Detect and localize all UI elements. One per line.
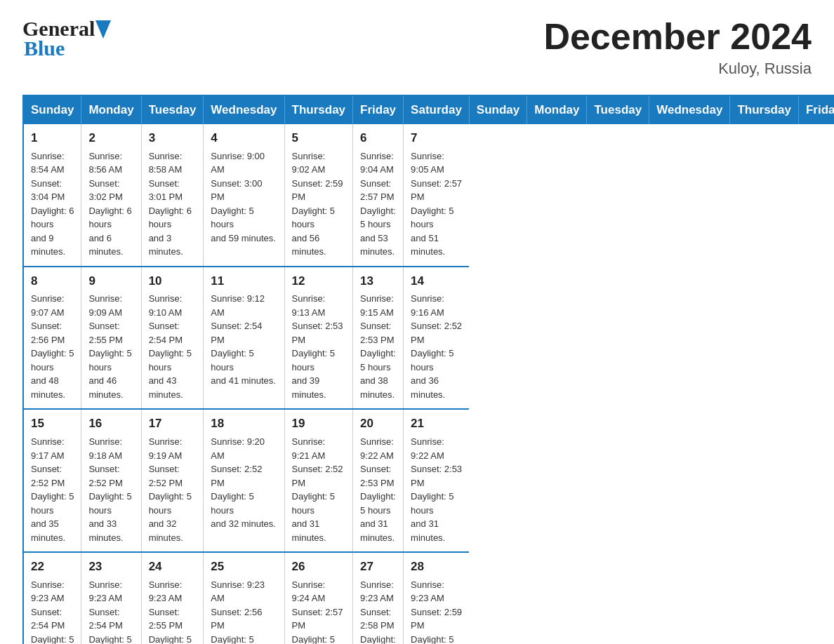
calendar-cell: 23Sunrise: 9:23 AMSunset: 2:54 PMDayligh… (81, 552, 141, 644)
header-friday: Friday (353, 95, 404, 124)
day-number: 24 (149, 558, 197, 576)
day-number: 16 (88, 415, 133, 433)
calendar-cell: 16Sunrise: 9:18 AMSunset: 2:52 PMDayligh… (81, 409, 141, 552)
logo-arrow-icon (95, 20, 111, 39)
day-number: 9 (88, 273, 133, 290)
header-saturday: Saturday (404, 95, 470, 124)
day-info: Sunrise: 9:18 AMSunset: 2:52 PMDaylight:… (88, 435, 133, 544)
day-info: Sunrise: 9:17 AMSunset: 2:52 PMDaylight:… (31, 435, 74, 544)
day-info: Sunrise: 9:12 AMSunset: 2:54 PMDaylight:… (211, 292, 277, 388)
day-info: Sunrise: 9:16 AMSunset: 2:52 PMDaylight:… (411, 292, 462, 401)
day-info: Sunrise: 9:23 AMSunset: 2:59 PMDaylight:… (411, 578, 462, 644)
location-subtitle: Kuloy, Russia (543, 60, 812, 78)
day-info: Sunrise: 9:02 AMSunset: 2:59 PMDaylight:… (292, 149, 346, 259)
day-number: 19 (292, 415, 346, 433)
day-info: Sunrise: 9:24 AMSunset: 2:57 PMDaylight:… (292, 578, 346, 644)
day-number: 21 (411, 415, 462, 433)
day-number: 6 (360, 130, 396, 147)
day-info: Sunrise: 9:20 AMSunset: 2:52 PMDaylight:… (211, 435, 277, 531)
header-day-thursday: Thursday (730, 95, 799, 124)
week-row-3: 15Sunrise: 9:17 AMSunset: 2:52 PMDayligh… (23, 409, 834, 552)
day-info: Sunrise: 9:23 AMSunset: 2:55 PMDaylight:… (149, 578, 197, 644)
logo: General Blue (22, 17, 111, 60)
day-info: Sunrise: 8:58 AMSunset: 3:01 PMDaylight:… (149, 149, 197, 259)
calendar-cell: 25Sunrise: 9:23 AMSunset: 2:56 PMDayligh… (204, 552, 284, 644)
header-thursday: Thursday (284, 95, 353, 124)
calendar-cell: 12Sunrise: 9:13 AMSunset: 2:53 PMDayligh… (284, 267, 353, 410)
day-info: Sunrise: 9:22 AMSunset: 2:53 PMDaylight:… (411, 435, 462, 544)
logo-blue-text: Blue (24, 36, 65, 60)
calendar-cell: 17Sunrise: 9:19 AMSunset: 2:52 PMDayligh… (141, 409, 204, 552)
day-number: 4 (211, 130, 277, 147)
calendar-cell: 14Sunrise: 9:16 AMSunset: 2:52 PMDayligh… (404, 267, 470, 410)
day-number: 22 (31, 558, 74, 576)
day-number: 12 (292, 273, 346, 290)
day-number: 5 (292, 130, 346, 147)
day-number: 26 (292, 558, 346, 576)
day-number: 7 (411, 130, 462, 147)
header-day-wednesday: Wednesday (649, 95, 730, 124)
day-number: 11 (211, 273, 277, 290)
week-row-2: 8Sunrise: 9:07 AMSunset: 2:56 PMDaylight… (23, 267, 834, 410)
calendar-cell: 5Sunrise: 9:02 AMSunset: 2:59 PMDaylight… (284, 124, 353, 267)
header-monday: Monday (81, 95, 141, 124)
day-info: Sunrise: 9:23 AMSunset: 2:54 PMDaylight:… (88, 578, 133, 644)
day-info: Sunrise: 9:07 AMSunset: 2:56 PMDaylight:… (31, 292, 74, 401)
header-tuesday: Tuesday (141, 95, 204, 124)
day-info: Sunrise: 9:22 AMSunset: 2:53 PMDaylight:… (360, 435, 396, 544)
day-number: 1 (31, 130, 74, 147)
calendar-cell: 20Sunrise: 9:22 AMSunset: 2:53 PMDayligh… (353, 409, 404, 552)
calendar-cell: 8Sunrise: 9:07 AMSunset: 2:56 PMDaylight… (23, 267, 81, 410)
calendar-cell: 13Sunrise: 9:15 AMSunset: 2:53 PMDayligh… (353, 267, 404, 410)
day-number: 3 (149, 130, 197, 147)
svg-marker-0 (95, 20, 111, 39)
calendar-cell: 26Sunrise: 9:24 AMSunset: 2:57 PMDayligh… (284, 552, 353, 644)
calendar-cell: 3Sunrise: 8:58 AMSunset: 3:01 PMDaylight… (141, 124, 204, 267)
calendar-cell: 9Sunrise: 9:09 AMSunset: 2:55 PMDaylight… (81, 267, 141, 410)
header-day-sunday: Sunday (469, 95, 527, 124)
header-sunday: Sunday (23, 95, 81, 124)
calendar-cell: 28Sunrise: 9:23 AMSunset: 2:59 PMDayligh… (404, 552, 470, 644)
calendar-header-row: SundayMondayTuesdayWednesdayThursdayFrid… (23, 95, 834, 124)
calendar-cell: 15Sunrise: 9:17 AMSunset: 2:52 PMDayligh… (23, 409, 81, 552)
page-header: General Blue December 2024 Kuloy, Russia (22, 17, 812, 78)
calendar-table: SundayMondayTuesdayWednesdayThursdayFrid… (22, 95, 834, 644)
day-info: Sunrise: 9:19 AMSunset: 2:52 PMDaylight:… (149, 435, 197, 544)
calendar-cell: 1Sunrise: 8:54 AMSunset: 3:04 PMDaylight… (23, 124, 81, 267)
day-number: 15 (31, 415, 74, 433)
month-title: December 2024 (543, 17, 812, 57)
day-info: Sunrise: 9:10 AMSunset: 2:54 PMDaylight:… (149, 292, 197, 401)
day-number: 20 (360, 415, 396, 433)
day-info: Sunrise: 9:09 AMSunset: 2:55 PMDaylight:… (88, 292, 133, 401)
day-info: Sunrise: 9:23 AMSunset: 2:56 PMDaylight:… (211, 578, 277, 644)
week-row-1: 1Sunrise: 8:54 AMSunset: 3:04 PMDaylight… (23, 124, 834, 267)
day-info: Sunrise: 8:56 AMSunset: 3:02 PMDaylight:… (88, 149, 133, 259)
calendar-cell: 7Sunrise: 9:05 AMSunset: 2:57 PMDaylight… (404, 124, 470, 267)
calendar-cell: 6Sunrise: 9:04 AMSunset: 2:57 PMDaylight… (353, 124, 404, 267)
calendar-cell: 18Sunrise: 9:20 AMSunset: 2:52 PMDayligh… (204, 409, 284, 552)
day-number: 8 (31, 273, 74, 290)
calendar-cell: 24Sunrise: 9:23 AMSunset: 2:55 PMDayligh… (141, 552, 204, 644)
header-day-friday: Friday (798, 95, 834, 124)
week-row-4: 22Sunrise: 9:23 AMSunset: 2:54 PMDayligh… (23, 552, 834, 644)
day-info: Sunrise: 9:21 AMSunset: 2:52 PMDaylight:… (292, 435, 346, 544)
calendar-cell: 10Sunrise: 9:10 AMSunset: 2:54 PMDayligh… (141, 267, 204, 410)
day-number: 18 (211, 415, 277, 433)
day-number: 25 (211, 558, 277, 576)
day-number: 13 (360, 273, 396, 290)
day-number: 10 (149, 273, 197, 290)
header-day-tuesday: Tuesday (587, 95, 649, 124)
day-info: Sunrise: 8:54 AMSunset: 3:04 PMDaylight:… (31, 149, 74, 259)
day-number: 27 (360, 558, 396, 576)
day-info: Sunrise: 9:15 AMSunset: 2:53 PMDaylight:… (360, 292, 396, 401)
header-day-monday: Monday (527, 95, 587, 124)
day-info: Sunrise: 9:00 AMSunset: 3:00 PMDaylight:… (211, 149, 277, 246)
day-info: Sunrise: 9:13 AMSunset: 2:53 PMDaylight:… (292, 292, 346, 401)
calendar-cell: 19Sunrise: 9:21 AMSunset: 2:52 PMDayligh… (284, 409, 353, 552)
day-number: 14 (411, 273, 462, 290)
day-number: 2 (88, 130, 133, 147)
calendar-cell: 4Sunrise: 9:00 AMSunset: 3:00 PMDaylight… (204, 124, 284, 267)
day-info: Sunrise: 9:04 AMSunset: 2:57 PMDaylight:… (360, 149, 396, 259)
calendar-cell: 22Sunrise: 9:23 AMSunset: 2:54 PMDayligh… (23, 552, 81, 644)
calendar-cell: 11Sunrise: 9:12 AMSunset: 2:54 PMDayligh… (204, 267, 284, 410)
